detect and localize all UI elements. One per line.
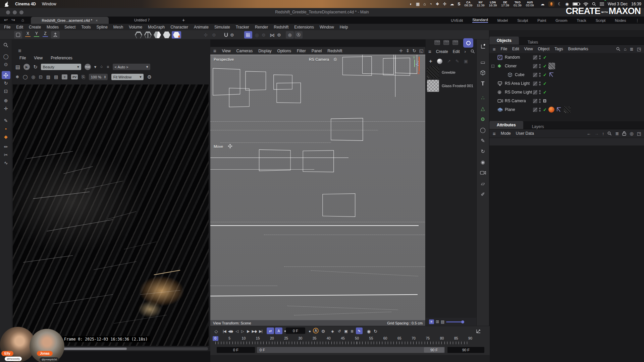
lock-icon[interactable] <box>622 131 626 136</box>
object-row-plane[interactable]: Plane ✓ <box>489 105 644 114</box>
mode-points-icon[interactable] <box>134 31 143 39</box>
parent-up-icon[interactable]: ↑ <box>602 131 604 136</box>
home-tab-icon[interactable]: ⌂ <box>21 18 24 22</box>
play-button-icon[interactable]: ▷ <box>240 328 245 335</box>
people-icon[interactable]: ❖ <box>436 2 439 6</box>
visibility-dots[interactable] <box>539 99 541 103</box>
timeline-end-field[interactable]: 90 F <box>447 347 484 353</box>
layout-tab-uvedit[interactable]: UVEdit <box>451 18 463 22</box>
auto-mode-icon[interactable]: Ⓐ <box>294 31 303 39</box>
snap-magnet-icon[interactable] <box>223 32 229 38</box>
materials-menu-create[interactable]: Create <box>436 49 448 54</box>
material-thumbnail-greeble[interactable] <box>427 66 439 78</box>
knife-tool-icon[interactable]: ✂ <box>2 151 10 159</box>
workplane-icon[interactable] <box>479 42 487 50</box>
viewport-dolly-icon[interactable]: ⇕ <box>406 49 410 53</box>
enabled-check-icon[interactable]: ✓ <box>543 81 547 86</box>
layout-tab-groom[interactable]: Groom <box>555 18 567 22</box>
layout-overflow-icon[interactable]: ⋮ <box>636 18 640 23</box>
keyframe-selection-button[interactable]: ✎ <box>356 327 363 334</box>
control-center-icon[interactable] <box>600 2 604 6</box>
materials-more-icon[interactable]: › <box>464 49 466 54</box>
close-tab-icon[interactable]: × <box>96 18 98 22</box>
render-play-icon[interactable]: ▶ <box>23 64 30 70</box>
render-view-icon[interactable] <box>434 40 440 45</box>
attributes-hamburger-icon[interactable]: ≡ <box>493 131 496 136</box>
menu-mesh[interactable]: Mesh <box>113 25 123 29</box>
edit-toggle[interactable] <box>533 81 537 86</box>
quantize-grid-icon[interactable] <box>244 31 252 39</box>
viewport-menu-filter[interactable]: Filter <box>297 49 306 53</box>
render-size-dropdown[interactable]: < Auto >▾ <box>113 64 150 70</box>
add-material-icon[interactable]: + <box>429 58 432 64</box>
wifi-icon[interactable] <box>583 2 588 6</box>
objects-menu-edit[interactable]: Edit <box>512 47 519 51</box>
snapshot-snowflake-icon[interactable]: ❄ <box>15 75 19 79</box>
focus-moon-icon[interactable]: ☾ <box>558 2 562 6</box>
viewport-menu-options[interactable]: Options <box>277 49 291 53</box>
record-position-icon[interactable]: ◈ <box>330 328 335 335</box>
edit-toggle[interactable] <box>533 90 537 95</box>
menu-mograph[interactable]: MoGraph <box>148 25 165 29</box>
layout-tab-script[interactable]: Script <box>596 18 605 22</box>
render-refresh-icon[interactable]: ↻ <box>33 64 38 69</box>
objects-popout-icon[interactable]: ◳ <box>637 47 641 51</box>
page-view-icon[interactable]: ▤ <box>441 320 444 324</box>
interactive-render-button[interactable] <box>463 38 473 48</box>
viewport-menu-panel[interactable]: Panel <box>312 49 322 53</box>
menu-file[interactable]: File <box>4 25 10 29</box>
deformer-rotate-icon[interactable]: ↻ <box>479 147 487 155</box>
viewport-menu-cameras[interactable]: Cameras <box>236 49 253 53</box>
menu-redshift[interactable]: Redshift <box>274 25 288 29</box>
enabled-check-icon[interactable]: ✓ <box>543 72 547 77</box>
layout-tab-nodes[interactable]: Nodes <box>615 18 626 22</box>
shortcuts-icon[interactable]: S <box>458 2 461 6</box>
record-scale-icon[interactable]: ▣ <box>343 328 348 335</box>
cycle-icon[interactable]: ↻ <box>373 328 378 335</box>
object-row-rs-dome-light[interactable]: ⊕ RS Dome Light ✓ <box>489 88 644 97</box>
screen-record-icon[interactable]: ◐ <box>410 2 412 6</box>
viewport-hamburger-icon[interactable]: ≡ <box>213 48 216 53</box>
objects-hamburger-icon[interactable]: ≡ <box>493 47 496 52</box>
viewport-view-label[interactable]: Perspective <box>214 57 234 61</box>
menu-render[interactable]: Render <box>255 25 268 29</box>
frame-snap-button[interactable]: A <box>275 327 282 334</box>
viewport-orbit-icon[interactable]: ↻ <box>413 49 416 53</box>
camera-active-icon[interactable]: ⊡ <box>543 99 546 103</box>
visibility-dots[interactable] <box>539 73 541 77</box>
speedtest-icon[interactable]: ◔ <box>430 2 432 6</box>
add-tab-button[interactable]: + <box>182 17 185 23</box>
autokey-button[interactable]: A <box>313 328 319 334</box>
edit-toggle[interactable] <box>533 99 537 103</box>
menu-tracker[interactable]: Tracker <box>236 25 249 29</box>
thumbnail-size-slider[interactable] <box>446 321 464 322</box>
next-frame-icon[interactable]: ▶ <box>246 328 251 335</box>
enabled-check-icon[interactable]: ✓ <box>543 64 547 69</box>
viewport-menu-view[interactable]: View <box>222 49 231 53</box>
viewport-menu-redshift[interactable]: Redshift <box>327 49 342 53</box>
track-target-icon[interactable]: ◎ <box>630 131 633 136</box>
goto-start-icon[interactable]: |◀ <box>222 328 227 335</box>
objects-menu-bookmarks[interactable]: Bookmarks <box>568 47 588 51</box>
selection-tool-icon[interactable]: ⊙ <box>2 60 10 68</box>
apple-menu-icon[interactable] <box>5 2 9 7</box>
symmetry-gear-icon[interactable]: ⚙ <box>277 33 281 37</box>
material-name[interactable]: Greeble <box>442 70 455 74</box>
goto-end-icon[interactable]: ▶| <box>258 328 263 335</box>
viewport-camera-label[interactable]: RS Camera <box>309 57 329 61</box>
brush-tool-icon[interactable]: ✏ <box>2 143 10 151</box>
materials-menu-edit[interactable]: Edit <box>453 49 460 54</box>
axis-lock-tool-icon[interactable]: ⊕ <box>2 97 10 105</box>
attributes-filter-icon[interactable]: ≣ <box>615 131 619 136</box>
redshift-material-tag-icon[interactable] <box>548 107 554 113</box>
axis-y-toggle[interactable]: Y <box>33 31 40 38</box>
keying-settings-gear-icon[interactable]: ⚙ <box>320 328 326 335</box>
texture-tag-icon[interactable] <box>548 63 555 69</box>
mograph-fracture-icon[interactable]: △ <box>479 105 487 112</box>
collapse-expander[interactable]: − <box>491 65 494 68</box>
menu-animate[interactable]: Animate <box>194 25 209 29</box>
mograph-field-icon[interactable]: ⚙ <box>479 115 487 123</box>
channel-rgb-button[interactable]: RGB <box>85 64 91 70</box>
calendar-icon[interactable]: ▦ <box>416 2 420 6</box>
corner-tag-icon[interactable] <box>556 107 562 112</box>
